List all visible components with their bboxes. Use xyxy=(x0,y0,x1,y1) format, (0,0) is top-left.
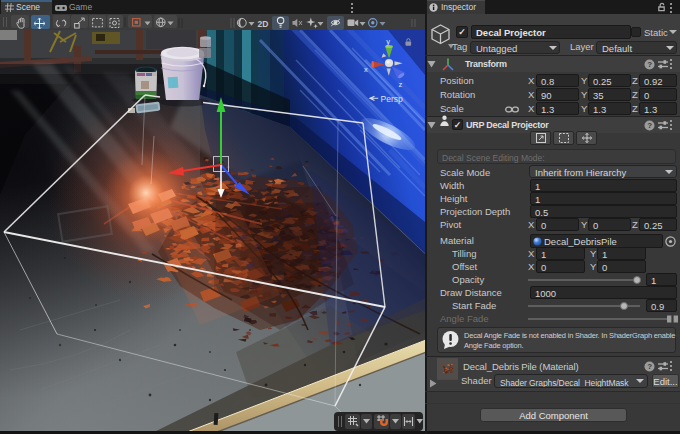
svg-text:?: ? xyxy=(647,121,652,130)
svg-text:?: ? xyxy=(647,362,652,371)
svg-text:?: ? xyxy=(647,60,652,69)
svg-text:y: y xyxy=(386,37,390,46)
svg-text:2D: 2D xyxy=(258,19,269,29)
svg-text:z: z xyxy=(399,80,403,89)
svg-text:x: x xyxy=(364,65,368,74)
svg-text:Persp: Persp xyxy=(381,94,403,104)
